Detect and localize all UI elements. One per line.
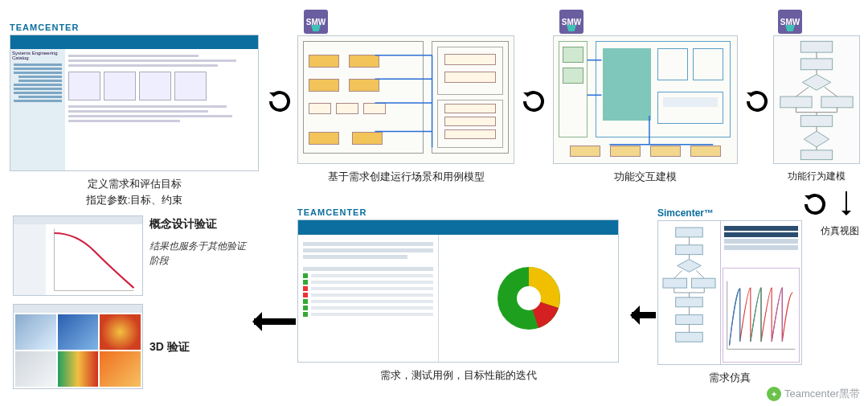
svg-rect-0 — [800, 41, 832, 52]
catalog-title: Systems Engineering Catalog — [10, 49, 65, 62]
svg-marker-6 — [804, 131, 829, 147]
smw-badge-3: SMW — [778, 10, 802, 34]
arrow-sim-to-iterate — [632, 312, 656, 318]
svg-rect-14 — [676, 315, 703, 325]
cycle-icon-3 — [744, 88, 770, 114]
caption-stage4: 功能行为建模 — [773, 169, 860, 183]
svg-rect-8 — [676, 228, 703, 237]
svg-marker-10 — [678, 260, 702, 273]
svg-rect-9 — [676, 245, 703, 255]
wechat-icon: ✦ — [767, 387, 781, 401]
thumb-smw-usecases — [297, 35, 514, 164]
caption-concept-note: 结果也服务于其他验证阶段 — [149, 239, 254, 268]
arrow-down-simview — [845, 191, 847, 214]
cycle-icon-2 — [521, 88, 547, 114]
simcenter-label: Simcenter™ — [657, 207, 802, 219]
caption-stage3: 功能交互建模 — [553, 169, 738, 185]
thumb-simcenter — [657, 220, 802, 365]
caption-stage1-line2: 指定参数:目标、约束 — [10, 192, 259, 208]
svg-rect-3 — [780, 96, 812, 108]
thumb-3d-verif — [13, 304, 143, 389]
caption-stage2: 基于需求创建运行场景和用例模型 — [297, 169, 514, 185]
teamcenter-label-1: TEAMCENTER — [10, 23, 259, 32]
caption-3d-verif: 3D 验证 — [149, 338, 190, 355]
svg-rect-15 — [676, 332, 703, 342]
teamcenter-label-2: TEAMCENTER — [297, 207, 619, 217]
svg-point-17 — [517, 286, 541, 310]
thumb-smw-interaction — [553, 35, 738, 164]
caption-stage6: 需求，测试用例，目标性能的迭代 — [297, 367, 619, 383]
arrow-iterate-to-verify — [254, 318, 296, 325]
svg-rect-7 — [800, 150, 832, 160]
svg-rect-11 — [663, 278, 687, 288]
watermark-text: Teamcenter黑带 — [784, 387, 860, 401]
caption-simview: 仿真视图 — [817, 224, 863, 238]
thumb-smw-behavior — [773, 35, 860, 164]
cycle-icon-4 — [802, 191, 828, 217]
thumb-concept-verif — [13, 215, 143, 296]
pie-chart-icon — [490, 260, 567, 337]
cycle-icon-1 — [267, 88, 293, 114]
svg-rect-4 — [821, 96, 853, 108]
svg-marker-2 — [802, 75, 830, 91]
caption-stage1-line1: 定义需求和评估目标 — [10, 176, 259, 192]
thumb-teamcenter-requirements: Systems Engineering Catalog — [10, 35, 259, 171]
watermark: ✦ Teamcenter黑带 — [767, 387, 860, 401]
svg-rect-12 — [691, 278, 715, 288]
smw-badge-2: SMW — [559, 10, 583, 34]
caption-stage5: 需求仿真 — [657, 370, 802, 386]
svg-rect-13 — [676, 297, 703, 307]
smw-badge-1: SMW — [304, 10, 328, 34]
thumb-teamcenter-iterate — [297, 219, 619, 363]
caption-concept-verif: 概念设计验证 — [149, 215, 254, 232]
svg-rect-1 — [800, 59, 832, 70]
svg-rect-5 — [800, 116, 832, 127]
